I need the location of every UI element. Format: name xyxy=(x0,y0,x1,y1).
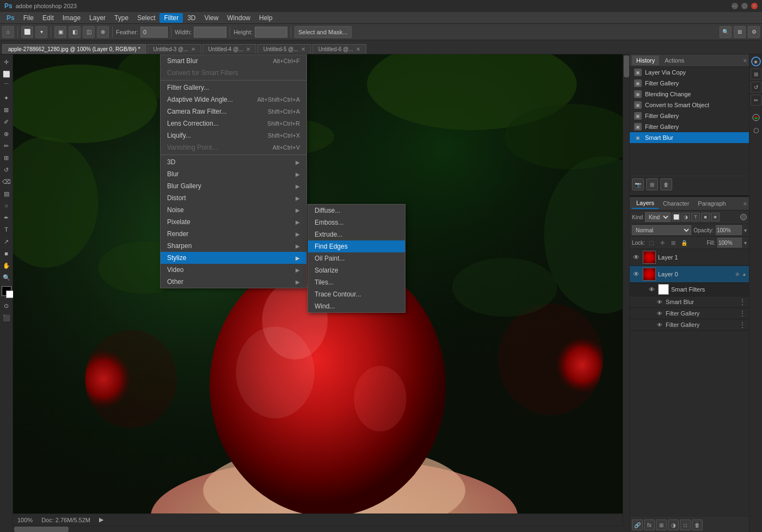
menu-filter[interactable]: Filter xyxy=(159,13,183,23)
stylize-emboss[interactable]: Emboss... xyxy=(308,216,405,228)
text-tool[interactable]: T xyxy=(1,224,12,235)
layer-filter-pixel[interactable]: ⬜ xyxy=(672,213,680,221)
scroll-arrow[interactable]: ▶ xyxy=(99,516,103,523)
stylize-wind[interactable]: Wind... xyxy=(308,300,405,312)
brush-settings-icon[interactable]: ✏ xyxy=(751,95,761,106)
history-menu-button[interactable]: ≡ xyxy=(743,58,747,64)
history-snapshot-btn[interactable]: 📷 xyxy=(632,178,644,190)
add-style-btn[interactable]: fx xyxy=(644,519,655,530)
filter-distort[interactable]: Distort ▶ xyxy=(161,192,306,204)
menu-type[interactable]: Type xyxy=(110,13,133,23)
filter-adaptive[interactable]: Adaptive Wide Angle... Alt+Shift+Ctrl+A xyxy=(161,94,306,106)
stylize-diffuse[interactable]: Diffuse... xyxy=(308,205,405,216)
filter-3d[interactable]: 3D ▶ xyxy=(161,156,306,168)
fill-arrow[interactable]: ▾ xyxy=(744,240,747,246)
magic-wand-tool[interactable]: ✦ xyxy=(1,92,12,103)
tab-untitled5[interactable]: Untitled-5 @... ✕ xyxy=(257,44,311,54)
scrollbar-thumb-v[interactable] xyxy=(624,55,629,77)
filter-vanishing[interactable]: Vanishing Point... Alt+Ctrl+V xyxy=(161,141,306,153)
history-item-0[interactable]: ▣ Layer Via Copy xyxy=(630,67,749,78)
history-item-6[interactable]: ▣ Smart Blur xyxy=(630,132,749,143)
filter-stylize[interactable]: Stylize ▶ xyxy=(161,252,306,264)
menu-select[interactable]: Select xyxy=(133,13,159,23)
layer-0-visibility[interactable]: 👁 xyxy=(632,270,641,279)
tool-icon-2[interactable]: ◧ xyxy=(69,26,81,38)
history-item-2[interactable]: ▣ Blending Change xyxy=(630,89,749,100)
brush-tool[interactable]: ✏ xyxy=(1,140,12,151)
lock-all-icon[interactable]: 🔒 xyxy=(680,238,689,247)
marquee-tool-btn[interactable]: ⬜ xyxy=(1,69,12,79)
layers-menu-button[interactable]: ≡ xyxy=(743,201,747,207)
actions-tab[interactable]: Actions xyxy=(660,55,689,65)
filter-gallery-1-item[interactable]: 👁 Filter Gallery ⋮ xyxy=(630,308,749,319)
shape-tool[interactable]: ■ xyxy=(1,248,12,259)
stylize-tiles[interactable]: Tiles... xyxy=(308,276,405,288)
filter-smart-blur[interactable]: Smart Blur Alt+Ctrl+F xyxy=(161,55,306,67)
filter-camera-raw[interactable]: Camera Raw Filter... Shift+Ctrl+A xyxy=(161,106,306,117)
pen-tool[interactable]: ✒ xyxy=(1,212,12,223)
new-fill-btn[interactable]: ◑ xyxy=(668,519,679,530)
filter-liquify[interactable]: Liquify... Shift+Ctrl+X xyxy=(161,129,306,141)
link-layers-btn[interactable]: 🔗 xyxy=(632,519,643,530)
history-item-5[interactable]: ▣ Filter Gallery xyxy=(630,121,749,132)
scrollbar-thumb-h[interactable] xyxy=(14,527,69,532)
menu-layer[interactable]: Layer xyxy=(85,13,110,23)
menu-3d[interactable]: 3D xyxy=(183,13,200,23)
zoom-in-icon[interactable]: 🔍 xyxy=(720,26,732,38)
menu-file[interactable]: File xyxy=(19,13,38,23)
filter-lens[interactable]: Lens Correction... Shift+Ctrl+R xyxy=(161,117,306,129)
tool-icon-1[interactable]: ▣ xyxy=(54,26,66,38)
layer-filter-adjust[interactable]: ◑ xyxy=(681,213,690,221)
move-tool[interactable]: ✛ xyxy=(1,57,12,67)
filter-gallery-1-settings-icon[interactable]: ⋮ xyxy=(738,309,747,318)
height-input[interactable] xyxy=(255,27,287,38)
layer-options-icon[interactable]: ▲ xyxy=(742,271,747,277)
layer-filter-type[interactable]: T xyxy=(691,213,700,221)
stylize-trace-contour[interactable]: Trace Contour... xyxy=(308,288,405,300)
history-item-1[interactable]: ▣ Filter Gallery xyxy=(630,78,749,89)
settings-icon[interactable]: ⚙ xyxy=(748,26,760,38)
menu-ps[interactable]: Ps xyxy=(2,13,19,23)
filter-gallery[interactable]: Filter Gallery... xyxy=(161,82,306,94)
tab-close-5[interactable]: ✕ xyxy=(301,46,305,52)
paths-icon[interactable]: ⬡ xyxy=(751,125,761,136)
tab-untitled6[interactable]: Untitled-6 @... ✕ xyxy=(312,44,366,54)
grid-view-icon[interactable]: ⊞ xyxy=(751,69,761,79)
paragraph-tab[interactable]: Paragraph xyxy=(693,199,730,208)
eyedropper-tool[interactable]: ✐ xyxy=(1,116,12,127)
filter-render[interactable]: Render ▶ xyxy=(161,228,306,240)
history-item-4[interactable]: ▣ Filter Gallery xyxy=(630,110,749,121)
layer-0-item[interactable]: 👁 Layer 0 ⊕ ▲ xyxy=(630,266,749,283)
menu-image[interactable]: Image xyxy=(58,13,85,23)
feather-input[interactable] xyxy=(140,27,168,38)
smart-blur-settings-icon[interactable]: ⋮ xyxy=(738,298,747,306)
tool-icon-3[interactable]: ◫ xyxy=(83,26,95,38)
tab-close-3[interactable]: ✕ xyxy=(191,46,195,52)
history-tab[interactable]: History xyxy=(632,55,659,65)
smart-blur-filter-item[interactable]: 👁 Smart Blur ⋮ xyxy=(630,296,749,308)
heal-tool[interactable]: ⊕ xyxy=(1,128,12,139)
home-button[interactable]: ⌂ xyxy=(2,26,14,38)
path-select[interactable]: ↗ xyxy=(1,236,12,247)
marquee-options[interactable]: ▾ xyxy=(35,26,47,38)
smart-filters-visibility[interactable]: 👁 xyxy=(647,285,656,294)
lasso-tool[interactable]: ⌒ xyxy=(1,81,12,91)
layer-1-item[interactable]: 👁 Layer 1 xyxy=(630,249,749,266)
stylize-solarize[interactable]: Solarize xyxy=(308,264,405,276)
filter-other[interactable]: Other ▶ xyxy=(161,276,306,288)
filter-gallery-1-vis[interactable]: 👁 xyxy=(656,310,663,317)
history-brush[interactable]: ↺ xyxy=(1,164,12,175)
fill-input[interactable] xyxy=(717,238,742,248)
fg-color[interactable] xyxy=(2,286,11,296)
layer-filter-shape[interactable]: ■ xyxy=(701,213,710,221)
layer-1-visibility[interactable]: 👁 xyxy=(632,253,641,262)
color-mode-icon[interactable]: ◉ xyxy=(751,57,761,66)
tab-active[interactable]: apple-2788662_1280.jpg @ 100% (Layer 0, … xyxy=(2,44,146,54)
lock-move-icon[interactable]: ✛ xyxy=(658,238,667,247)
stylize-extrude[interactable]: Extrude... xyxy=(308,228,405,240)
gradient-tool[interactable]: ▤ xyxy=(1,188,12,199)
channels-icon[interactable] xyxy=(751,112,761,123)
layers-tab[interactable]: Layers xyxy=(632,198,659,209)
lock-pixels-icon[interactable]: ⬚ xyxy=(647,238,656,247)
screen-mode[interactable]: ⬛ xyxy=(1,312,12,323)
